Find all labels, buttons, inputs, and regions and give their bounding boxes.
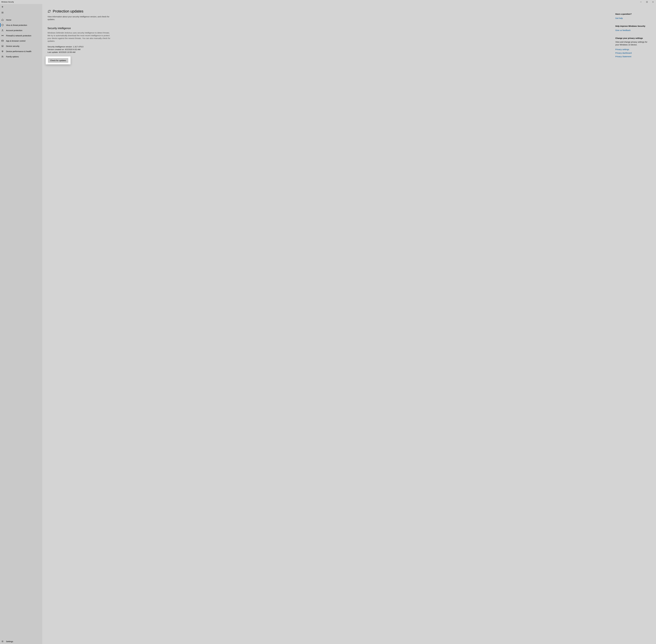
laptop-icon [1,45,4,47]
sidebar-item-label: Home [6,19,11,21]
improve-heading: Help improve Windows Security [615,25,650,27]
version-info: Security intelligence version: 1.317.476… [47,45,113,53]
hamburger-button[interactable] [0,10,42,16]
check-updates-button[interactable]: Check for updates [48,58,68,63]
svg-rect-11 [2,45,3,46]
question-heading: Have a question? [615,13,650,15]
gear-icon [1,640,4,643]
arrow-left-icon [1,6,4,8]
svg-rect-1 [647,1,648,3]
feedback-link[interactable]: Give us feedback [615,28,650,32]
privacy-dashboard-link[interactable]: Privacy dashboard [615,51,650,55]
svg-point-7 [2,29,3,30]
sidebar-item-home[interactable]: Home [0,17,42,22]
sidebar-item-account[interactable]: Account protection [0,28,42,33]
version-line: Security intelligence version: 1.317.476… [47,45,113,48]
sidebar-item-label: Virus & threat protection [6,24,27,26]
close-button[interactable] [650,0,656,4]
svg-point-12 [2,56,2,56]
sidebar-item-devicesecurity[interactable]: Device security [0,43,42,49]
hamburger-icon [1,12,4,14]
sidebar-item-label: Settings [6,640,13,643]
sidebar-item-virus[interactable]: Virus & threat protection [0,22,42,28]
sidebar: Home Virus & threat protection Account p… [0,4,42,644]
section-description: Windows Defender Antivirus uses security… [47,31,113,42]
sidebar-item-performance[interactable]: Device performance & health [0,49,42,54]
sidebar-item-settings[interactable]: Settings [0,639,42,644]
question-block: Have a question? Get help [615,13,650,20]
refresh-icon [47,9,51,13]
privacy-block: Change your privacy settings View and ch… [615,37,650,58]
sidebar-item-label: Family options [6,55,19,58]
privacy-heading: Change your privacy settings [615,37,650,39]
sidebar-item-label: Firewall & network protection [6,34,31,37]
nav-list: Home Virus & threat protection Account p… [0,17,42,59]
lastupdate-line: Last update: 6/2/2020 10:50 AM [47,51,113,53]
page-description: View information about your security int… [47,15,112,21]
back-button[interactable] [0,4,42,10]
app-body: Home Virus & threat protection Account p… [0,4,656,644]
svg-point-14 [2,641,3,642]
page-title: Protection updates [53,9,84,14]
main-column: Protection updates View information abou… [47,9,113,639]
maximize-button[interactable] [644,0,650,4]
person-icon [1,29,4,31]
section-title: Security intelligence [47,27,113,30]
window-controls [638,0,656,4]
content: Protection updates View information abou… [42,4,656,644]
svg-rect-9 [2,40,3,42]
family-icon [1,55,4,58]
privacy-settings-link[interactable]: Privacy settings [615,48,650,51]
sidebar-item-label: App & browser control [6,40,25,42]
home-icon [1,19,4,21]
improve-block: Help improve Windows Security Give us fe… [615,25,650,32]
sidebar-item-label: Device performance & health [6,50,31,52]
side-column: Have a question? Get help Help improve W… [615,9,650,639]
window-title: Windows Security [1,1,14,3]
svg-point-13 [3,56,3,56]
sidebar-item-label: Device security [6,45,19,47]
sidebar-item-appbrowser[interactable]: App & browser control [0,38,42,43]
browser-icon [1,40,4,42]
sidebar-item-family[interactable]: Family options [0,54,42,59]
check-updates-highlight: Check for updates [46,56,71,64]
svg-point-8 [2,36,3,36]
privacy-text: View and change privacy settings for you… [615,41,650,46]
minimize-button[interactable] [638,0,644,4]
get-help-link[interactable]: Get help [615,16,650,20]
privacy-statement-link[interactable]: Privacy Statement [615,55,650,58]
sidebar-item-label: Account protection [6,29,22,31]
shield-icon [1,24,4,26]
created-line: Version created on: 6/2/2020 6:52 AM [47,48,113,51]
antenna-icon [1,34,4,37]
page-title-row: Protection updates [47,9,113,14]
heart-icon [1,50,4,52]
titlebar: Windows Security [0,0,656,4]
sidebar-item-firewall[interactable]: Firewall & network protection [0,33,42,38]
